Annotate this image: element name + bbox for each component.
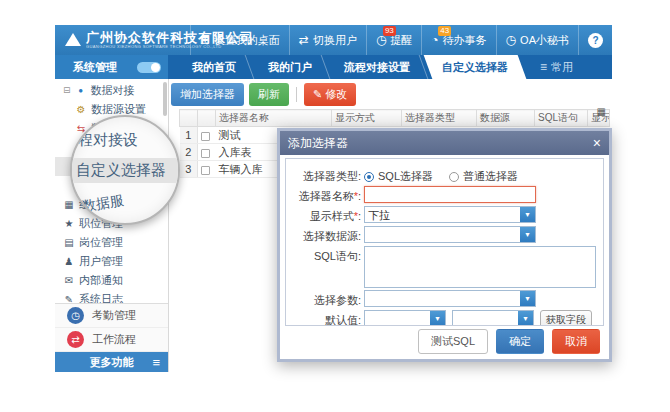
field-label-colon: : bbox=[358, 170, 361, 182]
tab-0[interactable]: 我的首页 bbox=[176, 55, 252, 79]
grid-header-cell bbox=[180, 110, 198, 127]
sidebar-item-8[interactable]: ▤岗位管理 bbox=[55, 233, 168, 252]
data-node-icon: ● bbox=[75, 87, 87, 95]
sidebar-toggle[interactable] bbox=[137, 62, 161, 73]
select-value bbox=[365, 311, 430, 326]
tab-label: 流程对接设置 bbox=[344, 60, 410, 75]
default-value-select-1[interactable]: ▼ bbox=[452, 310, 534, 326]
sidebar-bottom-item-0[interactable]: ◷考勤管理 bbox=[55, 304, 168, 328]
get-fields-button[interactable]: 获取字段 bbox=[540, 310, 592, 326]
dialog-title: 添加选择器 bbox=[288, 135, 348, 152]
field-label-text: 显示样式 bbox=[310, 210, 354, 222]
tab-1[interactable]: 我的门户 bbox=[252, 55, 328, 79]
select-field-3[interactable]: ▼ bbox=[364, 226, 536, 243]
page: 广州协众软件科技有限公司 GUANGZHOU XIEZHONG SOFTWARE… bbox=[0, 0, 670, 412]
row-checkbox[interactable] bbox=[201, 149, 210, 158]
toolbar-button-0[interactable]: 增加选择器 bbox=[171, 83, 244, 106]
sidebar-item-label: 系统日志 bbox=[79, 292, 123, 303]
add-selector-dialog: 添加选择器 × 选择器类型:SQL选择器普通选择器选择器名称*:显示样式*:下拉… bbox=[277, 128, 612, 362]
sidebar-item-10[interactable]: ✉内部通知 bbox=[55, 271, 168, 290]
tab-inner: 我的首页 bbox=[192, 60, 236, 75]
switch-user-icon: ⇄ bbox=[299, 34, 309, 46]
field-label-text: 选择器名称 bbox=[299, 190, 354, 202]
sidebar-bottom: ◷考勤管理⇄工作流程 bbox=[55, 303, 168, 352]
field-label-text: SQL语句 bbox=[314, 250, 358, 262]
sql-textarea[interactable] bbox=[364, 246, 596, 288]
sidebar-item-0[interactable]: ⊟●数据对接 bbox=[55, 81, 168, 100]
row-checkbox[interactable] bbox=[201, 166, 210, 175]
sidebar-header: 系统管理 bbox=[55, 55, 168, 79]
topbar-item-clock-tasks[interactable]: ◔待办事务43 bbox=[421, 25, 495, 55]
clock-icon: ◷ bbox=[506, 34, 516, 46]
tab-label: 常用 bbox=[551, 60, 573, 75]
topbar-item-clock[interactable]: ◷提醒93 bbox=[366, 25, 421, 55]
field-row-1: 选择器名称*: bbox=[286, 186, 601, 204]
selector-type-radios: SQL选择器普通选择器 bbox=[364, 166, 518, 184]
field-label-colon: : bbox=[358, 210, 361, 222]
radio-option-1[interactable]: 普通选择器 bbox=[449, 169, 518, 184]
field-label: 选择数据源: bbox=[286, 226, 364, 244]
sidebar-item-11[interactable]: ✎系统日志 bbox=[55, 290, 168, 303]
grid-toolbar: 增加选择器刷新✎修改 bbox=[169, 79, 612, 109]
topbar-item-clock[interactable]: ◷OA小秘书 bbox=[496, 25, 578, 55]
org-icon: ▦ bbox=[63, 200, 75, 210]
user-icon: ♟ bbox=[63, 257, 75, 267]
sidebar-scrollbar[interactable] bbox=[163, 82, 167, 116]
sidebar-bottom-label: 工作流程 bbox=[92, 332, 136, 347]
radio-option-0[interactable]: SQL选择器 bbox=[364, 169, 433, 184]
dialog-body: 选择器类型:SQL选择器普通选择器选择器名称*:显示样式*:下拉▼选择数据源:▼… bbox=[280, 155, 609, 356]
row-checkbox-cell bbox=[198, 161, 216, 178]
field-row-0: 选择器类型:SQL选择器普通选择器 bbox=[286, 166, 601, 184]
topbar-item-label: 切换用户 bbox=[313, 33, 357, 48]
log-icon: ✎ bbox=[63, 295, 75, 304]
grid-columns-icon[interactable]: ▦ bbox=[597, 106, 606, 117]
tab-2[interactable]: 流程对接设置 bbox=[328, 55, 426, 79]
sidebar-item-label: 岗位管理 bbox=[79, 235, 123, 250]
grid-header-cell bbox=[198, 110, 216, 127]
notification-badge: 93 bbox=[383, 26, 396, 36]
toolbar-button-label: 刷新 bbox=[258, 87, 280, 102]
topbar-item-switch-user[interactable]: ⇄切换用户 bbox=[289, 25, 366, 55]
close-icon[interactable]: × bbox=[593, 136, 601, 150]
grid-header-cell: 显示方式 bbox=[332, 110, 402, 127]
tab-label: 自定义选择器 bbox=[442, 60, 508, 75]
field-label: 选择参数: bbox=[286, 290, 364, 308]
sidebar-bottom-item-1[interactable]: ⇄工作流程 bbox=[55, 328, 168, 352]
field-label-colon: : bbox=[358, 190, 361, 202]
row-number: 2 bbox=[180, 144, 198, 161]
selector-name-input[interactable] bbox=[364, 186, 536, 203]
select-value bbox=[365, 291, 520, 306]
field-row-4: SQL语句: bbox=[286, 246, 601, 288]
tab-label: 我的门户 bbox=[268, 60, 312, 75]
default-value-select-0[interactable]: ▼ bbox=[364, 310, 446, 326]
row-checkbox[interactable] bbox=[201, 132, 210, 141]
field-label-text: 默认值 bbox=[325, 314, 358, 326]
dialog-button-1[interactable]: 确定 bbox=[496, 329, 544, 354]
notice-icon: ✉ bbox=[63, 276, 75, 286]
tab-3[interactable]: 自定义选择器 bbox=[426, 55, 524, 79]
grid-header-row: 选择器名称显示方式选择器类型数据源SQL语句显示 bbox=[180, 110, 610, 127]
sidebar-item-label: 用户管理 bbox=[79, 254, 123, 269]
more-functions-bar[interactable]: 更多功能 ≡ bbox=[55, 352, 168, 372]
select-field-2[interactable]: 下拉▼ bbox=[364, 206, 536, 223]
field-label: 选择器类型: bbox=[286, 166, 364, 184]
dialog-fieldset: 选择器类型:SQL选择器普通选择器选择器名称*:显示样式*:下拉▼选择数据源:▼… bbox=[285, 158, 604, 326]
tab-4[interactable]: ≡常用 bbox=[524, 55, 589, 79]
toolbar-button-2[interactable]: ✎修改 bbox=[304, 83, 356, 106]
field-row-2: 显示样式*:下拉▼ bbox=[286, 206, 601, 224]
loupe-text: 自定义选择器 bbox=[72, 158, 180, 183]
toolbar-button-1[interactable]: 刷新 bbox=[249, 83, 289, 106]
clock-tasks-icon: ◔ bbox=[431, 34, 438, 46]
select-field-5[interactable]: ▼ bbox=[364, 290, 536, 307]
chevron-down-icon: ▼ bbox=[520, 207, 535, 222]
field-label-text: 选择器类型 bbox=[303, 170, 358, 182]
sidebar-item-9[interactable]: ♟用户管理 bbox=[55, 252, 168, 271]
pencil-icon: ✎ bbox=[313, 88, 322, 101]
dialog-button-2[interactable]: 取消 bbox=[552, 329, 600, 354]
topbar-item-desktop-grid[interactable]: ⊞设置我的桌面 bbox=[190, 25, 289, 55]
dialog-button-0[interactable]: 测试SQL bbox=[418, 329, 488, 354]
topbar-item-help[interactable]: ? bbox=[578, 25, 612, 55]
chevron-down-icon: ▼ bbox=[518, 311, 533, 326]
row-number: 1 bbox=[180, 127, 198, 144]
tab-row: 系统管理 我的首页我的门户流程对接设置自定义选择器≡常用 bbox=[55, 55, 612, 79]
